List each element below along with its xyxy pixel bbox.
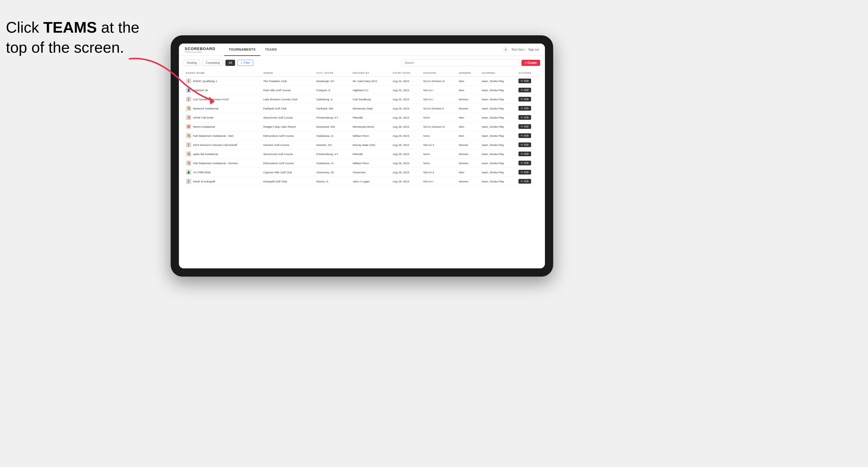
- edit-button[interactable]: ✏ Edit: [519, 170, 531, 175]
- cell-start-date: Aug 28, 2023: [390, 168, 421, 177]
- event-icon: 🐴: [186, 151, 191, 157]
- edit-button[interactable]: ✏ Edit: [519, 143, 531, 147]
- cell-city-state: Marion, IL: [314, 177, 350, 186]
- cell-start-date: Aug 26, 2023: [390, 95, 421, 104]
- edit-icon: ✏: [521, 171, 523, 174]
- cell-scoring: team, Stroke Play: [479, 95, 516, 104]
- edit-label: Edit: [524, 180, 529, 183]
- edit-label: Edit: [524, 107, 529, 110]
- cell-city-state: Oskaloosa, IA: [314, 159, 350, 168]
- tablet-screen: SCOREBOARD Powered by Clippit TOURNAMENT…: [179, 43, 545, 268]
- edit-button[interactable]: ✏ Edit: [519, 97, 531, 101]
- event-name-text: Carl Sandburg Women FA23: [193, 98, 228, 101]
- table-row: 🏌 Klash at Kokopelli Kokopelli Golf Club…: [184, 177, 540, 186]
- event-name-text: Fall Statesmen Invitational - Women: [193, 161, 238, 165]
- event-name-text: Fall Statesmen Invitational - Men: [193, 134, 234, 137]
- cell-city-state: Vincennes, IN: [314, 168, 350, 177]
- event-icon: 👤: [186, 87, 191, 93]
- hosting-button[interactable]: Hosting: [184, 60, 200, 66]
- edit-button[interactable]: ✏ Edit: [519, 115, 531, 120]
- cell-hosted-by: Mt. Saint Mary (NY): [350, 76, 390, 86]
- cell-division: NAIA: [421, 113, 457, 122]
- cell-gender: Women: [456, 141, 479, 150]
- competing-button[interactable]: Competing: [203, 60, 223, 66]
- edit-label: Edit: [524, 134, 529, 137]
- cell-event-name: 🏌 2023 Women's Hesston Fall Kickoff: [184, 141, 261, 150]
- cell-division: NICAA I: [421, 177, 457, 186]
- cell-actions: ✏ Edit: [516, 86, 540, 95]
- event-name-text: 2023 Women's Hesston Fall Kickoff: [193, 143, 237, 147]
- cell-venue: Hesston Golf Course: [261, 141, 314, 150]
- cell-venue: Edmundson Golf Course: [261, 131, 314, 141]
- edit-button[interactable]: ✏ Edit: [519, 106, 531, 111]
- cell-actions: ✏ Edit: [516, 122, 540, 131]
- filter-button[interactable]: ≡ Filter: [238, 60, 253, 66]
- cell-hosted-by: Minnesota-Morris: [350, 122, 390, 131]
- event-name-text: VU PREVIEW: [193, 171, 211, 174]
- instruction-text: Click TEAMS at the top of the screen.: [6, 18, 147, 57]
- event-name-text: Highland 36: [193, 89, 208, 92]
- edit-button[interactable]: ✏ Edit: [519, 88, 531, 92]
- cell-event-name: 🏌 Carl Sandburg Women FA23: [184, 95, 261, 104]
- edit-icon: ✏: [521, 180, 523, 183]
- cell-event-name: 🐴 Maverick Invitational: [184, 104, 261, 113]
- event-name-text: upike fall invitational: [193, 152, 218, 156]
- table-container: EVENT NAME VENUE CITY, STATE HOSTED BY S…: [184, 70, 540, 265]
- cell-division: NCAA Division III: [421, 76, 457, 86]
- all-button[interactable]: All: [225, 60, 235, 66]
- table-row: 🏌 Carl Sandburg Women FA23 Lake Bracken …: [184, 95, 540, 104]
- cell-event-name: 🏌 MSMC Qualifying 1: [184, 76, 261, 86]
- sign-out-link[interactable]: Sign out: [528, 48, 539, 51]
- cell-city-state: Oskaloosa, IA: [314, 131, 350, 141]
- cell-gender: Men: [456, 122, 479, 131]
- edit-button[interactable]: ✏ Edit: [519, 179, 531, 184]
- cell-gender: Men: [456, 168, 479, 177]
- cell-start-date: Aug 28, 2023: [390, 150, 421, 159]
- cell-gender: Men: [456, 86, 479, 95]
- cell-division: NCAA Division II: [421, 104, 457, 113]
- cell-scoring: team, Stroke Play: [479, 150, 516, 159]
- cell-division: NAIA: [421, 150, 457, 159]
- edit-button[interactable]: ✏ Edit: [519, 79, 531, 83]
- event-icon: 🌲: [186, 169, 191, 175]
- edit-button[interactable]: ✏ Edit: [519, 161, 531, 165]
- cell-city-state: Faribault, MN: [314, 104, 350, 113]
- col-start-date: START DATE: [390, 70, 421, 76]
- edit-button[interactable]: ✏ Edit: [519, 124, 531, 129]
- cell-city-state: Deerwood, MN: [314, 122, 350, 131]
- cell-venue: StoneCrest Golf Course: [261, 113, 314, 122]
- cell-city-state: Newburgh, NY: [314, 76, 350, 86]
- cell-hosted-by: Carl Sandburg: [350, 95, 390, 104]
- cell-actions: ✏ Edit: [516, 113, 540, 122]
- edit-button[interactable]: ✏ Edit: [519, 133, 531, 138]
- cell-scoring: team, Stroke Play: [479, 141, 516, 150]
- cell-start-date: Aug 28, 2023: [390, 122, 421, 131]
- table-row: 🦊 Morris Invitational Ruttger's Bay Lake…: [184, 122, 540, 131]
- tournaments-table: EVENT NAME VENUE CITY, STATE HOSTED BY S…: [184, 70, 540, 186]
- tab-tournaments[interactable]: TOURNAMENTS: [224, 43, 260, 56]
- col-hosted-by: HOSTED BY: [350, 70, 390, 76]
- cell-event-name: 🐴 UPKE Fall Invite: [184, 113, 261, 122]
- cell-city-state: Galesburg, IL: [314, 95, 350, 104]
- cell-hosted-by: Murray State (OK): [350, 141, 390, 150]
- cell-actions: ✏ Edit: [516, 104, 540, 113]
- table-row: 🐴 Fall Statesmen Invitational - Women Ed…: [184, 159, 540, 168]
- cell-event-name: 🐴 Fall Statesmen Invitational - Women: [184, 159, 261, 168]
- edit-icon: ✏: [521, 152, 523, 155]
- cell-scoring: team, Stroke Play: [479, 76, 516, 86]
- search-input[interactable]: [401, 59, 519, 66]
- event-name-text: Morris Invitational: [193, 125, 215, 128]
- create-button[interactable]: + Create: [521, 60, 540, 66]
- event-icon: 🏌: [186, 78, 191, 84]
- cell-event-name: 🌲 VU PREVIEW: [184, 168, 261, 177]
- cell-division: NCAA Division III: [421, 122, 457, 131]
- cell-start-date: Aug 28, 2023: [390, 159, 421, 168]
- event-icon: 🐴: [186, 160, 191, 166]
- settings-icon[interactable]: ⚙: [503, 47, 508, 52]
- edit-button[interactable]: ✏ Edit: [519, 152, 531, 156]
- event-name-text: Maverick Invitational: [193, 107, 218, 110]
- edit-label: Edit: [524, 143, 529, 146]
- tab-teams[interactable]: TEAMS: [260, 43, 282, 56]
- cell-actions: ✏ Edit: [516, 95, 540, 104]
- table-header-row: EVENT NAME VENUE CITY, STATE HOSTED BY S…: [184, 70, 540, 76]
